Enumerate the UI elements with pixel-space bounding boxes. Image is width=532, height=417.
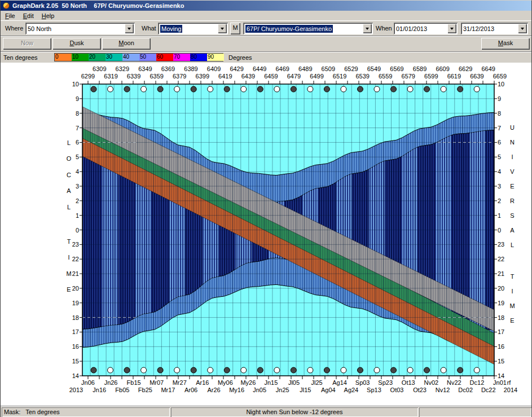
hour-label-right: 8 bbox=[498, 110, 501, 117]
status-mask: Mask: Ten degrees bbox=[2, 407, 170, 417]
universal-time-axis-title: I bbox=[511, 288, 513, 295]
moon-phase-marker bbox=[458, 367, 463, 373]
app-icon bbox=[3, 2, 10, 9]
calendar-date-label: Jn16 bbox=[93, 387, 106, 393]
julian-date-label: 6599 bbox=[424, 73, 438, 80]
local-time-axis-title: O bbox=[67, 155, 72, 162]
hour-label-left: 10 bbox=[72, 81, 79, 87]
moon-phase-marker bbox=[241, 86, 247, 92]
what-dropdown-arrow-icon[interactable] bbox=[218, 24, 227, 33]
calendar-date-label: Jn05 bbox=[253, 387, 266, 393]
app-window: GraphDark 2.05 50 North 67P/ Churyumov-G… bbox=[0, 0, 532, 417]
menu-file[interactable]: File bbox=[1, 12, 19, 20]
julian-date-label: 6589 bbox=[413, 65, 427, 72]
calendar-date-label: Jn26 bbox=[104, 379, 118, 386]
darkness-chart: 6309632963496369638964096429644964696489… bbox=[1, 63, 532, 406]
legend-value: 60 bbox=[157, 54, 163, 60]
object-select[interactable]: 67P/ Churyumov-Gerasimenko bbox=[243, 23, 373, 34]
moon-phase-marker bbox=[357, 367, 363, 373]
calendar-date-label: Mr17 bbox=[161, 387, 175, 393]
local-time-axis-title: I bbox=[68, 254, 69, 261]
where-label: Where bbox=[5, 25, 23, 32]
hour-label-right: 15 bbox=[498, 358, 504, 365]
julian-date-label: 6439 bbox=[241, 73, 255, 80]
julian-date-label: 6429 bbox=[230, 65, 243, 72]
julian-date-label: 6529 bbox=[344, 65, 358, 72]
date-from-select[interactable]: 01/01/2013 bbox=[394, 23, 458, 34]
calendar-date-label: Ar26 bbox=[207, 387, 220, 393]
now-button[interactable]: Now bbox=[3, 38, 51, 50]
local-time-axis-title: L bbox=[67, 139, 71, 146]
julian-date-label: 6379 bbox=[173, 73, 186, 80]
hour-label-left: 17 bbox=[72, 328, 79, 335]
menu-help[interactable]: Help bbox=[38, 12, 59, 20]
moon-phase-marker bbox=[124, 86, 130, 92]
julian-date-label: 6509 bbox=[322, 65, 335, 72]
calendar-date-label: My26 bbox=[240, 379, 256, 386]
moon-button[interactable]: Moon bbox=[102, 38, 151, 50]
moon-phase-marker bbox=[141, 367, 147, 373]
calendar-date-label: Ot23 bbox=[413, 387, 427, 393]
where-select[interactable]: 50 North bbox=[25, 23, 135, 34]
universal-time-axis-title: A bbox=[510, 227, 515, 234]
date-to-arrow-icon[interactable] bbox=[518, 24, 527, 33]
window-title: GraphDark 2.05 50 North 67P/ Churyumov-G… bbox=[12, 2, 184, 9]
moon-phase-marker bbox=[324, 86, 329, 92]
julian-date-label: 6539 bbox=[355, 73, 369, 80]
status-spacer bbox=[419, 407, 531, 417]
hour-label-left: 6 bbox=[76, 139, 79, 146]
universal-time-axis-title: N bbox=[510, 139, 515, 146]
date-from-value: 01/01/2013 bbox=[396, 25, 447, 32]
hour-label-left: 8 bbox=[76, 110, 79, 117]
hour-label-right: 4 bbox=[498, 168, 501, 175]
universal-time-axis-title: E bbox=[510, 183, 514, 190]
moon-phase-marker bbox=[91, 367, 96, 373]
hour-label-right: 1 bbox=[498, 212, 501, 219]
moon-phase-marker bbox=[391, 367, 397, 373]
where-dropdown-arrow-icon[interactable] bbox=[125, 24, 134, 33]
when-label: When bbox=[376, 25, 392, 32]
hour-label-right: 3 bbox=[498, 183, 501, 190]
julian-date-label: 6619 bbox=[447, 73, 461, 80]
moon-phase-marker bbox=[441, 86, 446, 92]
moon-phase-marker bbox=[357, 86, 363, 92]
m-button[interactable]: M bbox=[230, 23, 240, 34]
what-label: What bbox=[142, 25, 156, 32]
hour-label-right: 19 bbox=[498, 300, 504, 306]
object-dropdown-arrow-icon[interactable] bbox=[363, 24, 372, 33]
moon-phase-marker bbox=[241, 367, 247, 373]
local-time-axis-title: T bbox=[67, 238, 71, 245]
hour-label-left: 4 bbox=[76, 168, 79, 175]
legend-value: 80 bbox=[191, 54, 197, 60]
julian-date-label: 6329 bbox=[116, 65, 129, 72]
menu-edit[interactable]: Edit bbox=[19, 12, 38, 20]
hour-label-right: 16 bbox=[498, 343, 504, 350]
hour-label-left: 20 bbox=[72, 285, 79, 292]
moon-phase-marker bbox=[407, 86, 413, 92]
julian-date-label: 6299 bbox=[81, 73, 95, 80]
hour-label-right: 17 bbox=[498, 328, 504, 335]
date-to-value: 31/12/2013 bbox=[463, 25, 518, 32]
status-night-definition: Night when Sun below -12 degrees bbox=[171, 407, 418, 417]
moon-phase-marker bbox=[274, 367, 280, 373]
calendar-date-label: Ar16 bbox=[196, 379, 209, 386]
menubar: File Edit Help bbox=[1, 11, 531, 20]
dusk-button[interactable]: Dusk bbox=[52, 38, 101, 50]
calendar-date-label: Ar06 bbox=[184, 387, 197, 393]
calendar-date-label: Jn01 bbox=[493, 379, 507, 386]
legend-degrees-label: Degrees bbox=[228, 54, 252, 61]
moon-phase-marker bbox=[174, 367, 180, 373]
julian-date-label: 6349 bbox=[138, 65, 152, 72]
universal-time-axis-title: V bbox=[510, 168, 515, 175]
julian-date-label: 6459 bbox=[264, 73, 278, 80]
date-from-arrow-icon[interactable] bbox=[447, 24, 456, 33]
calendar-date-label: Jn25 bbox=[276, 387, 289, 393]
julian-date-label: 6499 bbox=[310, 73, 323, 80]
julian-date-label: 6469 bbox=[275, 65, 289, 72]
moon-phase-marker bbox=[157, 367, 163, 373]
what-select[interactable]: Moving bbox=[158, 23, 228, 34]
calendar-date-label: Jl05 bbox=[288, 379, 300, 386]
hour-label-left: 15 bbox=[72, 358, 79, 365]
date-to-select[interactable]: 31/12/2013 bbox=[461, 23, 528, 34]
mask-button[interactable]: Mask bbox=[481, 38, 530, 50]
